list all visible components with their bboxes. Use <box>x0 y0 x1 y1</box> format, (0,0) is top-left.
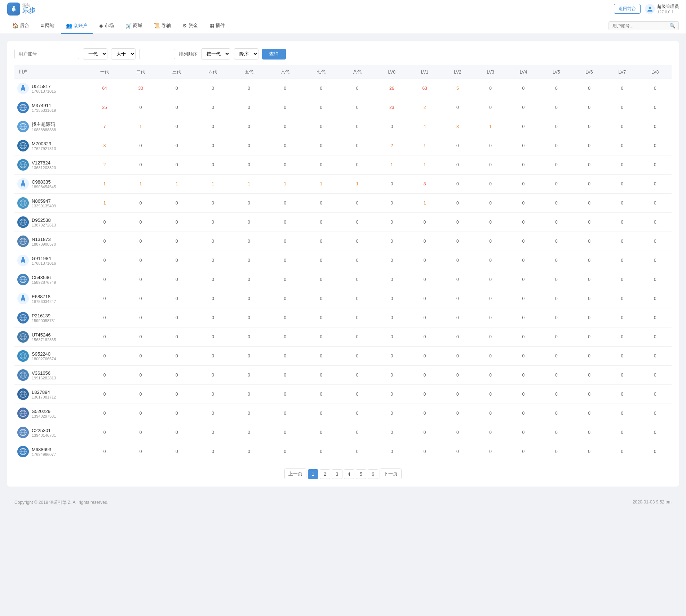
next-page-button[interactable]: 下一页 <box>380 468 402 479</box>
cell-gen8: 0 <box>339 404 375 423</box>
cell-gen8: 0 <box>339 423 375 442</box>
nav-item-website[interactable]: ≡ 网站 <box>36 18 59 34</box>
cell-gen3: 0 <box>159 270 195 289</box>
cell-lv8: 0 <box>639 308 672 327</box>
cell-lv7: 0 <box>606 136 638 155</box>
cell-gen1: 0 <box>87 289 123 308</box>
cell-gen5: 0 <box>231 98 267 117</box>
cell-lv6: 0 <box>573 194 606 213</box>
cell-gen4: 1 <box>195 175 231 194</box>
cell-gen5: 0 <box>231 79 267 98</box>
cell-lv6: 0 <box>573 366 606 385</box>
page-6-button[interactable]: 6 <box>368 469 378 479</box>
cell-lv0: 0 <box>375 404 408 423</box>
query-button[interactable]: 查询 <box>262 49 286 60</box>
cell-gen6: 1 <box>267 175 303 194</box>
user-cell: E688718 18756034247 <box>14 289 87 308</box>
account-filter-input[interactable] <box>14 49 79 59</box>
cell-lv1: 8 <box>408 175 441 194</box>
cell-gen4: 0 <box>195 404 231 423</box>
nav-search-button[interactable]: 🔍 <box>667 22 678 30</box>
cell-gen6: 0 <box>267 155 303 175</box>
cell-gen2: 0 <box>123 155 159 175</box>
col-lv0: LV0 <box>375 65 408 79</box>
nav-item-timeline[interactable]: 📜 卷轴 <box>149 18 176 34</box>
operator-select[interactable]: 大于 小于 等于 <box>111 48 136 60</box>
cell-lv3: 0 <box>474 327 507 347</box>
cell-gen7: 0 <box>303 347 339 366</box>
cell-lv4: 0 <box>507 423 540 442</box>
cell-lv0: 0 <box>375 117 408 136</box>
cell-gen3: 0 <box>159 404 195 423</box>
nav-item-plugin[interactable]: ▦ 插件 <box>204 18 230 34</box>
nav-item-finance[interactable]: ⚙ 资金 <box>177 18 203 34</box>
cell-gen3: 0 <box>159 423 195 442</box>
nav-item-backend[interactable]: 🏠 后台 <box>7 18 34 34</box>
header: 运动 乐步 返回前台 超级管理员 127.0.0.1 <box>0 0 686 18</box>
table-row: D952538 13870272613 00000000000000000 <box>14 213 672 232</box>
cell-gen7: 0 <box>303 327 339 347</box>
cell-gen5: 0 <box>231 442 267 461</box>
cell-gen3: 0 <box>159 232 195 251</box>
footer-datetime: 2020-01-03 9:52 pm <box>633 500 672 506</box>
cell-lv6: 0 <box>573 308 606 327</box>
cell-lv6: 0 <box>573 347 606 366</box>
cell-lv3: 0 <box>474 270 507 289</box>
cell-gen2: 0 <box>123 232 159 251</box>
cell-gen1: 0 <box>87 442 123 461</box>
cell-lv5: 0 <box>540 155 573 175</box>
cell-lv7: 0 <box>606 289 638 308</box>
col-lv3: LV3 <box>474 65 507 79</box>
cell-gen5: 0 <box>231 366 267 385</box>
filter-value-input[interactable] <box>139 49 175 59</box>
nav-item-account[interactable]: 👥 众账户 <box>61 18 93 34</box>
cell-gen6: 0 <box>267 442 303 461</box>
nav-item-shop[interactable]: 🛒 商城 <box>120 18 147 34</box>
cell-lv0: 0 <box>375 366 408 385</box>
cell-gen5: 0 <box>231 155 267 175</box>
nav-item-market[interactable]: ◆ 市场 <box>94 18 119 34</box>
user-cell: M700829 17627921813 <box>14 136 87 155</box>
cell-lv5: 0 <box>540 442 573 461</box>
cell-lv7: 0 <box>606 385 638 404</box>
nav-items: 🏠 后台 ≡ 网站 👥 众账户 ◆ 市场 🛒 商城 📜 卷轴 ⚙ 资金 ▦ <box>7 18 230 34</box>
page-1-button[interactable]: 1 <box>308 469 318 479</box>
cell-gen6: 0 <box>267 327 303 347</box>
cell-gen4: 0 <box>195 155 231 175</box>
cell-gen6: 0 <box>267 308 303 327</box>
cell-lv1: 0 <box>408 213 441 232</box>
cell-lv3: 0 <box>474 308 507 327</box>
cell-gen1: 2 <box>87 155 123 175</box>
cell-lv4: 0 <box>507 194 540 213</box>
back-button[interactable]: 返回前台 <box>614 4 641 14</box>
cell-lv5: 0 <box>540 366 573 385</box>
cell-lv1: 2 <box>408 98 441 117</box>
cell-gen1: 0 <box>87 366 123 385</box>
cell-gen4: 0 <box>195 117 231 136</box>
table-row: V127824 13681203820 20000000110000000 <box>14 155 672 175</box>
cell-lv4: 0 <box>507 385 540 404</box>
page-2-button[interactable]: 2 <box>320 469 330 479</box>
prev-page-button[interactable]: 上一页 <box>284 468 306 479</box>
filter-bar: 一代 二代 三代 大于 小于 等于 排列顺序 按一代 按二代 按三代 降序 升序… <box>14 48 672 60</box>
user-cell: S952240 18002766674 <box>14 347 87 366</box>
cell-gen1: 1 <box>87 175 123 194</box>
cell-lv5: 0 <box>540 98 573 117</box>
home-icon: 🏠 <box>12 23 18 28</box>
cell-lv2: 0 <box>441 289 474 308</box>
page-5-button[interactable]: 5 <box>356 469 366 479</box>
cell-gen8: 0 <box>339 347 375 366</box>
sort-by-select[interactable]: 按一代 按二代 按三代 <box>201 48 230 60</box>
page-4-button[interactable]: 4 <box>344 469 354 479</box>
nav-search[interactable]: 🔍 <box>608 21 679 30</box>
order-select[interactable]: 降序 升序 <box>234 48 258 60</box>
cell-lv3: 0 <box>474 423 507 442</box>
main-content: 一代 二代 三代 大于 小于 等于 排列顺序 按一代 按二代 按三代 降序 升序… <box>0 34 686 494</box>
generation-select[interactable]: 一代 二代 三代 <box>83 48 107 60</box>
user-cell: U515817 17681371015 <box>14 79 87 98</box>
nav-search-input[interactable] <box>609 22 667 30</box>
cell-lv7: 0 <box>606 404 638 423</box>
page-3-button[interactable]: 3 <box>332 469 342 479</box>
user-cell: N131873 18873908570 <box>14 232 87 251</box>
cell-lv0: 0 <box>375 232 408 251</box>
